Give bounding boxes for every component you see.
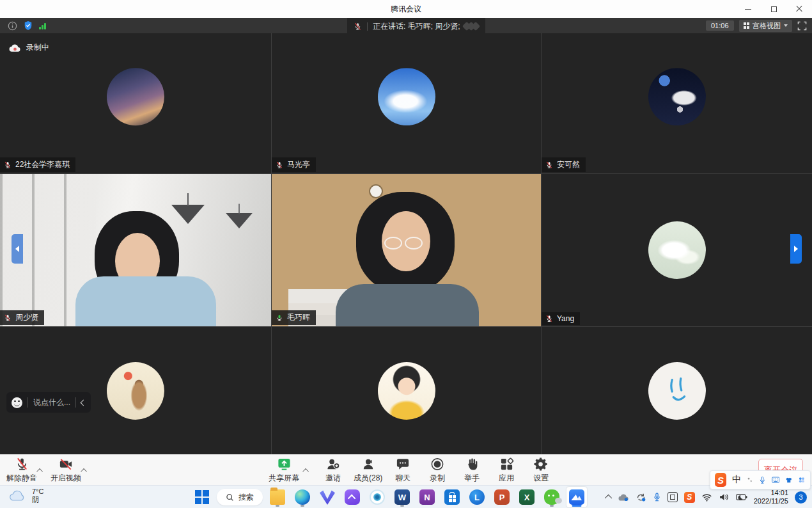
sogou-logo-icon[interactable]: S <box>715 473 726 487</box>
cloud-sync-icon[interactable] <box>618 493 629 502</box>
smiley-drawing <box>659 372 696 409</box>
invite-label: 邀请 <box>325 473 341 484</box>
start-button[interactable] <box>192 487 212 507</box>
microsoft-store-icon <box>444 489 460 505</box>
layout-view-label: 宫格视图 <box>753 21 781 31</box>
recording-indicator: 录制中 <box>9 42 49 53</box>
minimize-icon <box>745 9 751 10</box>
battery-icon[interactable] <box>736 493 747 501</box>
notification-badge[interactable]: 3 <box>795 491 807 504</box>
windows-taskbar: 7°C阴 搜索 W N L P X <box>0 485 812 508</box>
next-page-button[interactable] <box>790 234 802 264</box>
taskbar-app-onenote[interactable]: N <box>417 487 437 507</box>
apps-button[interactable]: 应用 <box>491 457 522 484</box>
network-signal-icon[interactable] <box>39 22 46 29</box>
shield-icon[interactable] <box>24 20 33 31</box>
file-explorer-icon <box>270 489 285 505</box>
participant-tile-meerkat[interactable] <box>0 327 271 454</box>
sogou-ime-bar[interactable]: S 中 <box>710 470 811 489</box>
sogou-toolbox-icon[interactable] <box>798 475 806 484</box>
virtual-keyboard-icon[interactable] <box>772 476 779 484</box>
wifi-icon[interactable] <box>701 493 712 502</box>
collapse-chat-icon[interactable] <box>81 399 87 406</box>
share-screen-button[interactable]: 共享屏幕 <box>267 457 301 484</box>
participant-tile-lijiaqi[interactable]: 22社会学李嘉琪 录制中 <box>0 33 271 173</box>
participant-tile-smiley[interactable] <box>542 327 812 454</box>
search-box[interactable]: 搜索 <box>217 489 263 505</box>
taskbar-app-word[interactable]: W <box>392 487 412 507</box>
punctuation-icon[interactable] <box>747 476 753 484</box>
taskbar-app-edge[interactable] <box>292 487 313 507</box>
tray-mic-icon[interactable] <box>653 492 661 502</box>
tencent-meeting-window: 腾讯会议 正在讲话: 毛巧晖; 周少贤; 01:06 宫格视图 <box>0 0 812 508</box>
participant-name: Yang <box>557 314 574 323</box>
participant-tile-maruko[interactable] <box>272 327 541 454</box>
eye-app-icon <box>370 489 385 505</box>
info-icon[interactable] <box>8 21 17 31</box>
members-button[interactable]: 成员(28) <box>352 457 384 484</box>
taskbar-app-excel[interactable]: X <box>517 487 537 507</box>
muted-mic-icon <box>545 315 553 322</box>
glasses-decor <box>384 237 423 250</box>
taskbar-app-powerpoint[interactable]: P <box>492 487 512 507</box>
update-icon[interactable] <box>636 493 646 502</box>
divider <box>367 22 368 31</box>
start-video-button[interactable]: 开启视频 <box>49 457 82 484</box>
taskbar-app-tencent-meeting[interactable] <box>566 487 587 507</box>
chat-quick-input[interactable]: 说点什么... <box>6 392 91 413</box>
raise-hand-button[interactable]: 举手 <box>457 457 487 484</box>
minimize-button[interactable] <box>735 0 761 18</box>
fullscreen-icon[interactable] <box>797 21 807 31</box>
restore-button[interactable] <box>761 0 786 18</box>
sogou-tray-icon[interactable]: S <box>684 492 695 503</box>
participant-name: 22社会学李嘉琪 <box>15 159 70 170</box>
prev-page-button[interactable] <box>12 234 23 264</box>
share-options-chevron[interactable] <box>302 468 309 474</box>
record-button[interactable]: 录制 <box>422 457 453 484</box>
invite-button[interactable]: 邀请 <box>318 457 348 484</box>
avatar <box>648 221 706 279</box>
participant-tile-ankeran[interactable]: 安可然 <box>542 33 812 173</box>
divider <box>75 397 76 408</box>
divider <box>27 397 28 408</box>
taskbar-app-v[interactable] <box>317 487 338 507</box>
active-mic-icon <box>276 314 283 322</box>
participant-tile-maoqiaohui[interactable]: 毛巧晖 <box>272 174 541 326</box>
participant-tile-maguangting[interactable]: 马光亭 <box>272 33 541 173</box>
participant-name: 毛巧晖 <box>287 312 310 323</box>
tray-overflow-chevron-icon[interactable] <box>605 495 612 502</box>
taskbar-app-store[interactable] <box>442 487 462 507</box>
close-button[interactable] <box>786 0 812 18</box>
weather-cloud-icon <box>9 490 27 502</box>
window-controls <box>735 0 812 18</box>
tencent-meeting-icon <box>569 489 584 505</box>
participant-tile-zhoushaoxian[interactable]: 周少贤 <box>0 174 271 326</box>
participant-tile-yang[interactable]: Yang <box>542 174 812 326</box>
ime-indicator-icon[interactable] <box>668 492 678 502</box>
unmute-button[interactable]: 解除静音 <box>5 457 38 484</box>
chat-placeholder[interactable]: 说点什么... <box>33 397 70 408</box>
grid-view-icon <box>744 22 750 29</box>
clock-time: 14:01 <box>770 489 788 496</box>
settings-button[interactable]: 设置 <box>526 457 556 484</box>
name-tag: 毛巧晖 <box>272 310 316 325</box>
skin-icon[interactable] <box>785 476 793 484</box>
taskbar-app-eye[interactable] <box>367 487 387 507</box>
taskbar-clock[interactable]: 14:01 2022/11/25 <box>754 489 788 505</box>
taskbar-app-lenovo[interactable]: L <box>467 487 487 507</box>
emoji-icon[interactable] <box>12 397 22 408</box>
layout-view-button[interactable]: 宫格视图 <box>739 20 793 32</box>
avatar <box>378 68 435 125</box>
weather-widget[interactable]: 7°C阴 <box>9 488 43 504</box>
taskbar-app-hexagon[interactable] <box>342 487 363 507</box>
volume-icon[interactable] <box>719 493 730 502</box>
chat-button[interactable]: 聊天 <box>387 457 418 484</box>
name-tag: 22社会学李嘉琪 <box>0 157 75 172</box>
share-screen-label: 共享屏幕 <box>269 473 299 484</box>
taskbar-app-wechat[interactable] <box>542 487 562 507</box>
chevron-down-icon <box>784 24 788 27</box>
chevron-right-icon <box>794 246 798 252</box>
voice-input-icon[interactable] <box>759 475 766 485</box>
taskbar-app-explorer[interactable] <box>267 487 288 507</box>
ime-mode-toggle[interactable]: 中 <box>732 474 741 486</box>
